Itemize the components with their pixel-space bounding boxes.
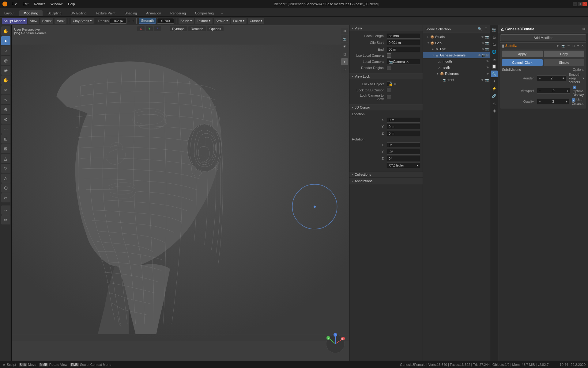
tab-animation[interactable]: Animation — [142, 10, 165, 16]
cursor-ry-value[interactable]: -0° — [387, 149, 420, 155]
mask-menu[interactable]: Mask — [55, 18, 66, 24]
outliner-filter-icon[interactable]: ☰ — [484, 27, 488, 31]
stroke-menu[interactable]: Stroke ▾ — [214, 18, 230, 24]
viewport-value[interactable]: − 0 + — [537, 88, 570, 94]
viewport-camera[interactable]: 📷 — [341, 35, 348, 42]
modifier-close-icon[interactable]: ✕ — [581, 44, 584, 48]
tab-layout[interactable]: Layout — [0, 10, 19, 16]
particles-props-tab[interactable]: ✦ — [491, 78, 498, 85]
material-props-tab[interactable]: ◉ — [491, 107, 498, 114]
sculpt-menu[interactable]: Sculpt — [40, 18, 54, 24]
outliner-item-front[interactable]: 📷 front 👁 📷 — [423, 77, 490, 83]
y-axis-btn[interactable]: Y — [146, 26, 153, 31]
brush-menu[interactable]: Brush ▾ — [179, 18, 194, 24]
tool-annotate[interactable]: ✏ — [1, 215, 10, 224]
render-genesis-icon[interactable]: 📷 — [482, 54, 485, 57]
tab-rendering[interactable]: Rendering — [166, 10, 190, 16]
menu-help[interactable]: Help — [66, 2, 77, 6]
properties-options-icon[interactable]: ⚙ — [582, 27, 586, 31]
viewport-display[interactable]: ◻ — [341, 51, 348, 57]
end-value[interactable]: 50 m — [387, 47, 420, 52]
viewport-shading-wire[interactable]: ○ — [341, 66, 348, 73]
xyz-euler-value[interactable]: XYZ Euler ▾ — [387, 163, 420, 168]
modifier-more-icon[interactable]: ▾ — [577, 44, 579, 48]
data-props-tab[interactable]: △ — [491, 100, 498, 107]
render-studio-icon[interactable]: 📷 — [485, 35, 489, 39]
view-menu[interactable]: View — [28, 18, 39, 24]
render-eye-icon[interactable]: 📷 — [485, 48, 489, 51]
z-axis-btn[interactable]: Z — [154, 26, 161, 31]
tool-clay[interactable]: ⊗ — [1, 115, 10, 124]
render-props-tab[interactable]: 📷 — [491, 26, 498, 33]
annotations-section-header[interactable]: ▸ Annotations — [349, 178, 423, 184]
simple-button[interactable]: Simple — [544, 59, 585, 66]
tool-inflate[interactable]: ◉ — [1, 66, 10, 75]
quality-plus-icon[interactable]: + — [566, 100, 567, 103]
cursor-rz-value[interactable]: 0° — [387, 156, 420, 161]
world-props-tab[interactable]: ☁ — [491, 56, 498, 63]
viewport-gizmo[interactable]: ⊕ — [341, 28, 348, 34]
add-modifier-button[interactable]: Add Modifier — [500, 34, 586, 41]
visibility-front-icon[interactable]: 👁 — [481, 78, 484, 82]
object-props-tab[interactable]: 🔲 — [491, 63, 498, 70]
outliner-item-eye[interactable]: ▸ 👁 Eye 👁 📷 — [423, 46, 490, 52]
outliner-search-icon[interactable]: 🔍 — [478, 27, 482, 31]
add-workspace-button[interactable]: + — [219, 10, 225, 16]
render-minus-icon[interactable]: − — [539, 76, 541, 80]
use-local-camera-checkbox[interactable] — [387, 53, 391, 58]
cursor-z-value[interactable]: 0 m — [387, 131, 420, 136]
visibility-genesis-icon[interactable]: 👁 — [478, 54, 481, 57]
tool-scrape[interactable]: ▽ — [1, 164, 10, 173]
tab-texture-paint[interactable]: Texture Paint — [92, 10, 120, 16]
close-button[interactable]: ✕ — [582, 2, 587, 6]
tool-flatten[interactable]: ⊠ — [1, 144, 10, 153]
view-layer-props-tab[interactable]: 🗂 — [491, 41, 498, 48]
lock-to-object-value[interactable]: 🔒 — [387, 81, 392, 87]
viewport-light[interactable]: ☀ — [341, 43, 348, 50]
outliner-item-geo[interactable]: ▾ 📦 Geo 👁 📷 — [423, 40, 490, 46]
visibility-referens-icon[interactable]: 👁 — [486, 72, 489, 75]
local-camera-value[interactable]: 📷 Camera ✕ — [387, 59, 420, 64]
orientation-gizmo[interactable]: X Y Z — [325, 333, 346, 355]
quality-value[interactable]: − 3 + — [537, 99, 569, 104]
output-props-tab[interactable]: 🖨 — [491, 34, 498, 40]
lock-3d-cursor-checkbox[interactable] — [387, 88, 391, 92]
tool-fill[interactable]: △ — [1, 154, 10, 163]
lock-camera-checkbox[interactable] — [387, 95, 391, 99]
tool-select[interactable]: ✋ — [1, 26, 10, 36]
viewport-minus-icon[interactable]: − — [539, 89, 541, 93]
render-front-icon[interactable]: 📷 — [485, 78, 489, 82]
tool-sculpt-draw[interactable]: ● — [1, 36, 10, 45]
tool-grab[interactable]: ✋ — [1, 75, 10, 85]
tab-compositing[interactable]: Compositing — [191, 10, 218, 16]
viewport[interactable]: User Perspective (95) Genesis8Female X Y… — [12, 25, 349, 361]
visibility-eye-icon[interactable]: 👁 — [481, 48, 484, 51]
tool-elastic[interactable]: ≋ — [1, 85, 10, 94]
tool-mask[interactable]: ⬡ — [1, 183, 10, 193]
cursor-y-value[interactable]: 0 m — [387, 124, 420, 129]
tab-sculpting[interactable]: Sculpting — [43, 10, 66, 16]
clip-start-value[interactable]: 0.001 m — [387, 40, 420, 45]
outliner-item-studio[interactable]: ▸ 📦 Studio 👁 📷 — [423, 34, 490, 40]
strength-input[interactable] — [157, 18, 174, 24]
minimize-button[interactable]: ─ — [573, 2, 577, 6]
texture-menu[interactable]: Texture ▾ — [195, 18, 213, 24]
remesh-btn[interactable]: Remesh — [188, 26, 206, 31]
outliner-item-genesis8female[interactable]: ▾ △ Genesis8Female 👁 📷 ☑ — [423, 52, 490, 58]
menu-file[interactable]: File — [9, 2, 20, 6]
minus-radius-icon[interactable]: − — [128, 18, 130, 23]
modifier-props-tab[interactable]: 🔧 — [491, 71, 498, 77]
optimal-display-checkbox[interactable]: ✓ — [573, 86, 576, 89]
outliner-item-referens[interactable]: ▸ 📦 Referens 👁 — [423, 71, 490, 77]
select-genesis-icon[interactable]: ☑ — [486, 54, 489, 57]
menu-window[interactable]: Window — [48, 2, 65, 6]
mode-select[interactable]: Sculpt Mode ▾ — [2, 18, 27, 24]
modifier-cage-icon[interactable]: ⊡ — [572, 44, 575, 48]
tool-thumb[interactable]: ⊕ — [1, 105, 10, 114]
plus-radius-icon[interactable]: + — [132, 18, 134, 23]
falloff-menu[interactable]: Falloff ▾ — [231, 18, 247, 24]
tool-transform[interactable]: ↔ — [1, 205, 10, 215]
cursor-rx-value[interactable]: 0° — [387, 142, 420, 148]
maximize-button[interactable]: □ — [578, 2, 582, 6]
cursor-section-header[interactable]: ▾ 3D Cursor — [349, 104, 423, 110]
